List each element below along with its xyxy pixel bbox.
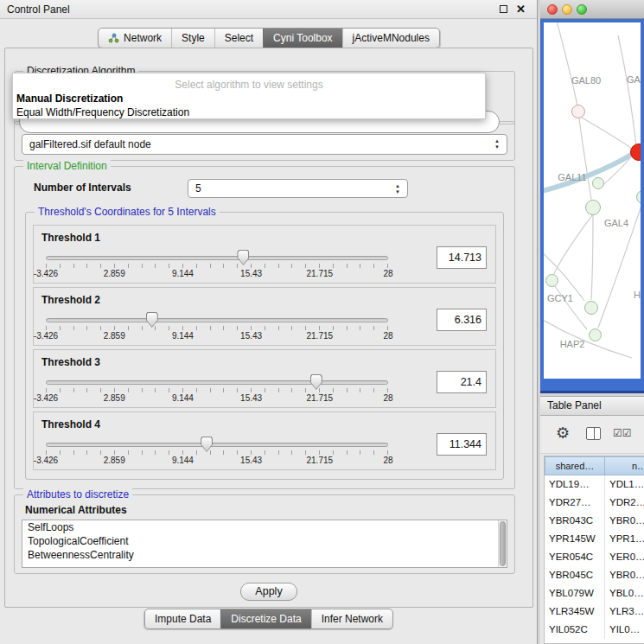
cyni-toolbox-panel: Discretization Algorithm Select algorith… (4, 48, 533, 608)
table-cell[interactable]: YDR2… (605, 494, 644, 512)
list-scrollbar[interactable] (498, 520, 507, 567)
table-cell[interactable]: YBR0… (605, 566, 644, 584)
network-node[interactable] (545, 274, 558, 287)
slider-ticks (46, 326, 388, 330)
dropdown-option-equal-width-frequency[interactable]: Equal Width/Frequency Discretization (16, 106, 189, 118)
table-cell[interactable]: YDL19… (545, 475, 605, 494)
scale-label: 2.859 (104, 456, 125, 465)
table-row: YER054C YER0… (545, 548, 644, 566)
network-window-titlebar (540, 0, 644, 19)
list-item[interactable]: BetweennessCentrality (22, 548, 507, 562)
slider-track[interactable] (46, 318, 388, 322)
tab-label: Style (182, 32, 205, 44)
column-header-shared-name[interactable]: shared… (545, 456, 605, 475)
attributes-to-discretize-group: Attributes to discretize Numerical Attri… (14, 494, 515, 574)
control-panel-window: Control Panel ✕ Network Style Select Cyn… (0, 0, 538, 644)
threshold-2-panel: Threshold 2 -3.426 2.859 9.144 15.43 21.… (33, 287, 496, 346)
slider-thumb-face (311, 375, 322, 389)
table-cell[interactable]: YLR3… (605, 603, 644, 621)
tab-impute-data[interactable]: Impute Data (145, 609, 220, 628)
columns-icon[interactable] (586, 427, 601, 440)
stepper-down-icon[interactable]: ▼ (393, 189, 402, 195)
tab-infer-network[interactable]: Infer Network (311, 609, 392, 628)
slider-track[interactable] (46, 256, 388, 260)
table-cell[interactable]: YDR27… (545, 494, 605, 512)
table-cell[interactable]: YBR043C (545, 512, 605, 530)
network-node[interactable] (571, 105, 585, 118)
apply-button[interactable]: Apply (240, 583, 297, 601)
node-label-gcy1: GCY1 (544, 293, 577, 303)
threshold-1-value-field[interactable]: 14.713 (437, 246, 487, 269)
select-columns-icon[interactable]: ☑☑ (613, 427, 632, 439)
table-cell[interactable]: YPR1… (605, 530, 644, 548)
threshold-3-slider[interactable]: -3.426 2.859 9.144 15.43 21.715 28 (46, 376, 388, 404)
stepper-down-icon[interactable]: ▼ (493, 144, 501, 150)
desktop: Control Panel ✕ Network Style Select Cyn… (0, 0, 644, 644)
gear-icon[interactable]: ⚙ (556, 424, 570, 443)
tab-style[interactable]: Style (171, 29, 214, 48)
tab-cyni-toolbox[interactable]: Cyni Toolbox (263, 29, 341, 48)
table-cell[interactable]: YBR045C (545, 566, 605, 584)
stepper-up-icon[interactable]: ▲ (493, 138, 501, 144)
slider-track[interactable] (46, 443, 388, 447)
number-of-intervals-combobox[interactable]: 5 ▲ ▼ (188, 179, 408, 198)
tab-discretize-data[interactable]: Discretize Data (220, 609, 310, 628)
list-item[interactable]: TopologicalCoefficient (22, 534, 507, 548)
float-window-icon[interactable] (500, 5, 507, 13)
threshold-4-slider[interactable]: -3.426 2.859 9.144 15.43 21.715 28 (46, 438, 388, 466)
threshold-3-value-field[interactable]: 21.4 (437, 371, 487, 393)
dropdown-option-manual-discretization[interactable]: Manual Discretization (16, 92, 123, 105)
scale-label: 15.43 (240, 456, 262, 465)
threshold-label: Threshold 3 (41, 356, 100, 368)
table-cell[interactable]: YER0… (605, 548, 644, 566)
tab-network[interactable]: Network (99, 29, 171, 48)
combobox-stepper-icon[interactable]: ▲ ▼ (493, 138, 501, 150)
table-cell[interactable]: YBL079W (545, 584, 605, 603)
node-label-gal80: GAL80 (564, 75, 608, 86)
threshold-label: Threshold 2 (41, 294, 100, 306)
minimize-traffic-light-icon[interactable] (562, 4, 572, 15)
list-item[interactable]: SelfLoops (22, 520, 507, 534)
threshold-4-value-field[interactable]: 11.344 (437, 433, 487, 456)
column-header-name[interactable]: n… (605, 456, 644, 475)
network-canvas[interactable]: GAL80 GA GAL11 GAL4 GCY1 HAP2 H (544, 22, 641, 379)
table-cell[interactable]: YER054C (545, 548, 605, 566)
close-traffic-light-icon[interactable] (547, 4, 558, 15)
zoom-traffic-light-icon[interactable] (577, 4, 587, 15)
scale-label: 9.144 (172, 393, 194, 403)
table-cell[interactable]: YIL0… (605, 621, 644, 639)
window-title: Control Panel (7, 3, 70, 16)
numerical-attributes-list: SelfLoops TopologicalCoefficient Between… (22, 520, 507, 568)
scrollbar-thumb[interactable] (500, 521, 506, 566)
dropdown-placeholder: Select algorithm to view settings (13, 79, 485, 91)
table-row: YPR145W YPR1… (545, 530, 644, 548)
network-node[interactable] (592, 177, 604, 189)
slider-track[interactable] (46, 380, 388, 385)
table-row: YBR043C YBR0… (545, 512, 644, 530)
table-cell[interactable]: YIL052C (545, 621, 605, 639)
stepper-up-icon[interactable]: ▲ (393, 183, 402, 189)
table-data-combobox[interactable]: galFiltered.sif default node ▲ ▼ (22, 134, 507, 155)
network-node[interactable] (585, 200, 601, 215)
table-row: YDR27… YDR2… (545, 494, 644, 512)
close-icon[interactable]: ✕ (516, 3, 526, 16)
table-cell[interactable]: YBL0… (605, 584, 644, 603)
tab-select[interactable]: Select (214, 29, 263, 48)
table-cell[interactable]: YPR145W (545, 530, 605, 548)
table-cell[interactable]: YDL1… (605, 475, 644, 494)
table-cell[interactable]: YLR345W (545, 603, 605, 621)
table-row: YBL079W YBL0… (545, 584, 644, 603)
table-cell[interactable]: YBR0… (605, 512, 644, 530)
combobox-stepper-icon[interactable]: ▲ ▼ (393, 183, 402, 195)
threshold-label: Threshold 4 (41, 418, 100, 430)
scale-label: 2.859 (104, 269, 125, 278)
table-panel: Table Panel ⚙ ☑☑ shared… n… YDL19… YDL1…… (540, 396, 644, 644)
threshold-2-value-field[interactable]: 6.316 (437, 309, 487, 331)
slider-scale: -3.426 2.859 9.144 15.43 21.715 28 (46, 331, 388, 341)
threshold-2-slider[interactable]: -3.426 2.859 9.144 15.43 21.715 28 (46, 314, 388, 341)
threshold-1-slider[interactable]: -3.426 2.859 9.144 15.43 21.715 28 (46, 252, 388, 279)
tab-label: Discretize Data (231, 613, 301, 625)
scale-label: -3.426 (34, 456, 58, 465)
network-node[interactable] (584, 301, 598, 315)
tab-jactivemnodules[interactable]: jActiveMNodules (342, 29, 439, 48)
